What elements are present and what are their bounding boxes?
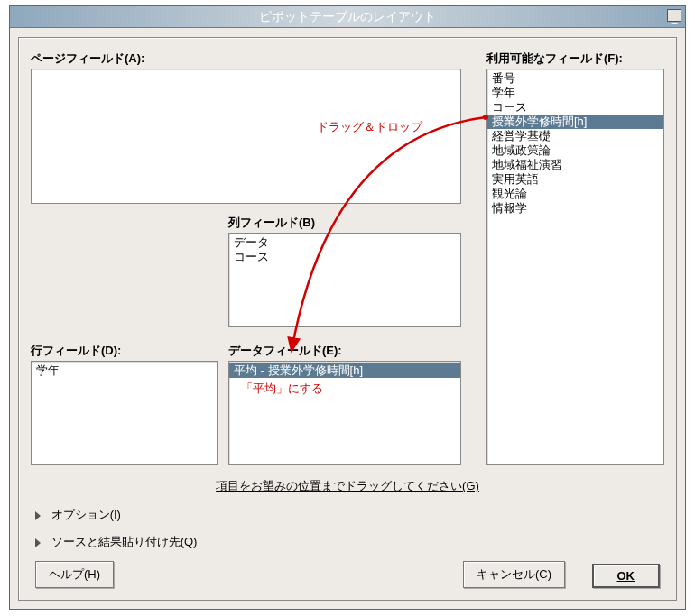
ok-button[interactable]: OK [592, 564, 661, 588]
instruction-text: 項目をお望みの位置までドラッグしてください(G) [19, 478, 676, 494]
window-title: ピボットテーブルのレイアウト [259, 9, 436, 25]
chevron-right-icon [35, 511, 41, 520]
column-fields-label: 列フィールド(B) [228, 215, 315, 231]
list-item[interactable]: 学年 [32, 363, 217, 378]
list-item[interactable]: 地域政策論 [487, 143, 663, 158]
list-item[interactable]: コース [487, 100, 663, 115]
source-dest-expander[interactable]: ソースと結果貼り付け先(Q) [35, 534, 197, 550]
options-expander[interactable]: オプション(I) [35, 507, 121, 523]
list-item[interactable]: 情報学 [487, 201, 663, 216]
list-item[interactable]: 地域福祉演習 [487, 158, 663, 172]
client-area: ページフィールド(A): 利用可能なフィールド(F): 番号 学年 コース 授業… [18, 37, 677, 601]
chevron-right-icon [35, 538, 41, 547]
titlebar[interactable]: ピボットテーブルのレイアウト _ [10, 6, 685, 28]
button-bar: ヘルプ(H) キャンセル(C) OK [31, 561, 664, 588]
options-label: オプション(I) [51, 508, 121, 521]
row-fields-label: 行フィールド(D): [31, 343, 121, 359]
list-item[interactable]: データ [229, 235, 460, 250]
annotation-drag-drop: ドラッグ＆ドロップ [317, 119, 422, 135]
list-item-selected[interactable]: 授業外学修時間[h] [487, 115, 663, 129]
list-item-selected[interactable]: 平均 - 授業外学修時間[h] [229, 363, 460, 378]
list-item[interactable]: 実用英語 [487, 172, 663, 187]
list-item[interactable]: コース [229, 250, 460, 264]
available-fields-list[interactable]: 番号 学年 コース 授業外学修時間[h] 経営学基礎 地域政策論 地域福祉演習 … [486, 69, 664, 465]
data-fields-list[interactable]: 平均 - 授業外学修時間[h] [228, 361, 461, 465]
row-fields-list[interactable]: 学年 [31, 361, 218, 465]
cancel-button[interactable]: キャンセル(C) [463, 561, 565, 588]
page-fields-list[interactable] [31, 69, 461, 204]
list-item[interactable]: 学年 [487, 86, 663, 100]
page-fields-label: ページフィールド(A): [31, 51, 144, 67]
available-fields-label: 利用可能なフィールド(F): [486, 51, 623, 67]
source-dest-label: ソースと結果貼り付け先(Q) [51, 535, 198, 548]
list-item[interactable]: 番号 [487, 71, 663, 86]
data-fields-label: データフィールド(E): [228, 343, 342, 359]
help-button[interactable]: ヘルプ(H) [35, 561, 114, 588]
list-item[interactable]: 経営学基礎 [487, 129, 663, 143]
minimize-button[interactable]: _ [667, 9, 681, 22]
annotation-set-average: 「平均」にする [241, 381, 323, 397]
list-item[interactable]: 観光論 [487, 187, 663, 201]
column-fields-list[interactable]: データ コース [228, 233, 461, 327]
dialog-window: ピボットテーブルのレイアウト _ ページフィールド(A): 利用可能なフィールド… [9, 5, 686, 610]
